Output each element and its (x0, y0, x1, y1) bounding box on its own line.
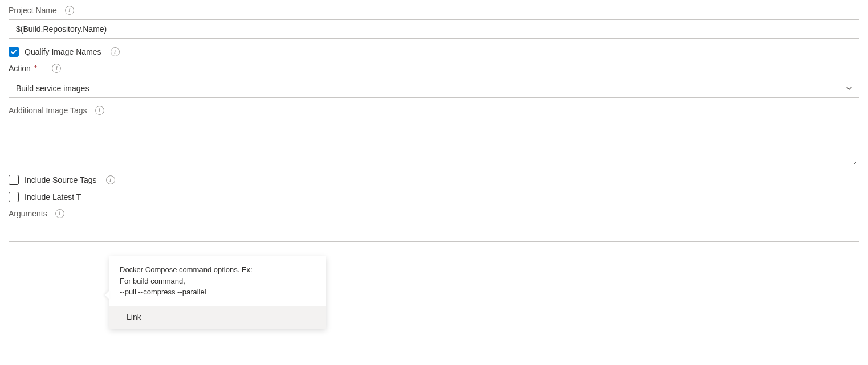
action-field: Action * i Build service images (9, 64, 859, 98)
info-icon[interactable]: i (111, 47, 120, 56)
info-icon[interactable]: i (65, 6, 74, 15)
arguments-label-row: Arguments i (9, 209, 859, 218)
include-latest-tag-checkbox[interactable] (9, 192, 19, 202)
project-name-label: Project Name (9, 6, 57, 15)
action-select-wrapper: Build service images (9, 79, 859, 98)
project-name-input[interactable] (9, 19, 859, 39)
additional-image-tags-textarea[interactable] (9, 120, 859, 165)
include-latest-tag-label[interactable]: Include Latest T (25, 192, 81, 202)
include-source-tags-checkbox[interactable] (9, 175, 19, 185)
required-indicator: * (32, 64, 37, 73)
arguments-field: Arguments i (9, 209, 859, 242)
qualify-image-names-checkbox[interactable] (9, 47, 19, 57)
action-select[interactable]: Build service images (9, 79, 859, 98)
qualify-image-names-row: Qualify Image Names i (9, 47, 859, 57)
info-icon[interactable]: i (55, 209, 64, 218)
project-name-label-row: Project Name i (9, 6, 859, 15)
action-label-row: Action * i (9, 64, 859, 73)
include-source-tags-label[interactable]: Include Source Tags (25, 175, 97, 184)
additional-image-tags-label: Additional Image Tags (9, 106, 87, 115)
project-name-field: Project Name i (9, 6, 859, 39)
info-icon[interactable]: i (106, 175, 115, 184)
info-icon[interactable]: i (95, 106, 104, 115)
qualify-image-names-label[interactable]: Qualify Image Names (25, 47, 101, 56)
additional-image-tags-field: Additional Image Tags i (9, 106, 859, 167)
arguments-input[interactable] (9, 223, 859, 242)
include-source-tags-row: Include Source Tags i (9, 175, 859, 185)
action-label: Action * (9, 64, 37, 73)
arguments-label: Arguments (9, 209, 47, 218)
info-icon[interactable]: i (52, 64, 61, 73)
include-latest-tag-row: Include Latest T (9, 192, 859, 202)
additional-image-tags-label-row: Additional Image Tags i (9, 106, 859, 115)
